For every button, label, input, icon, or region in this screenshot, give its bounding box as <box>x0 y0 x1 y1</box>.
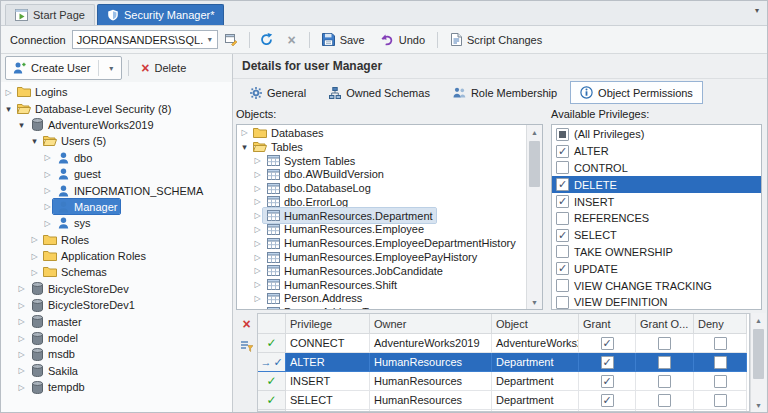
privilege-item-delete[interactable]: DELETE <box>552 176 761 193</box>
security-tree-item-roles[interactable]: ▷Roles <box>1 232 232 248</box>
objects-tree-item-databases[interactable]: ▷Databases <box>237 126 527 140</box>
edit-connection-button[interactable] <box>221 30 243 50</box>
privilege-checkbox[interactable] <box>556 279 569 292</box>
tab-owned-schemas[interactable]: Owned Schemas <box>319 82 440 104</box>
column-header-deny[interactable]: Deny <box>694 314 747 334</box>
security-tree-item-schemas[interactable]: ▷Schemas <box>1 264 232 280</box>
objects-tree-item-person-addresstype[interactable]: ▷Person.AddressType <box>237 305 527 309</box>
permission-row-update[interactable]: ✓UPDATEHumanResourcesDepartment <box>258 410 749 412</box>
expand-arrow-icon[interactable]: ▷ <box>239 128 250 137</box>
security-tree-item-application-roles[interactable]: ▷Application Roles <box>1 248 232 264</box>
grant_option-checkbox[interactable] <box>658 394 671 407</box>
column-header-grant[interactable]: Grant <box>579 314 636 334</box>
expand-arrow-icon[interactable]: ▷ <box>252 308 263 309</box>
privilege-item-control[interactable]: CONTROL <box>552 160 761 177</box>
security-tree-item-msdb[interactable]: ▷msdb <box>1 346 232 362</box>
expand-arrow-icon[interactable]: ▷ <box>29 252 40 261</box>
deny-checkbox[interactable] <box>714 394 727 407</box>
expand-arrow-icon[interactable]: ▷ <box>252 211 263 220</box>
privilege-checkbox[interactable] <box>556 195 569 208</box>
expand-arrow-icon[interactable]: ▷ <box>16 383 27 392</box>
deny-checkbox[interactable] <box>714 375 727 388</box>
tab-object-permissions[interactable]: Object Permissions <box>570 81 703 104</box>
scroll-thumb[interactable] <box>753 329 764 379</box>
objects-tree-item-dbo-awbuildversion[interactable]: ▷dbo.AWBuildVersion <box>237 167 527 181</box>
expand-arrow-icon[interactable]: ▷ <box>16 317 27 326</box>
delete-user-button[interactable]: × Delete <box>135 59 192 77</box>
expand-arrow-icon[interactable]: ▷ <box>42 170 53 179</box>
privilege-checkbox[interactable] <box>556 128 569 141</box>
expand-arrow-icon[interactable]: ▷ <box>29 235 40 244</box>
privilege-item-alter[interactable]: ALTER <box>552 143 761 160</box>
connection-combobox[interactable]: JORDANSANDERS\SQL... ▾ <box>72 30 218 49</box>
security-tree-item-dbo[interactable]: ▷dbo <box>1 150 232 166</box>
security-tree-item-sys[interactable]: ▷sys <box>1 215 232 231</box>
disconnect-button[interactable]: × <box>281 30 303 50</box>
column-header-privilege[interactable]: Privilege <box>286 314 370 334</box>
collapse-arrow-icon[interactable]: ▾ <box>29 136 40 146</box>
grant-checkbox[interactable] <box>601 394 614 407</box>
deny-checkbox[interactable] <box>714 337 727 350</box>
privilege-item-all-privileges[interactable]: (All Privileges) <box>552 126 761 143</box>
grid-scrollbar[interactable]: ▲ ▼ <box>750 313 766 412</box>
scroll-up-icon[interactable]: ▲ <box>527 125 542 139</box>
tab-role-membership[interactable]: Role Membership <box>443 82 567 104</box>
collapse-arrow-icon[interactable]: ▾ <box>16 120 27 130</box>
scroll-up-icon[interactable]: ▲ <box>751 313 766 327</box>
grant-checkbox[interactable] <box>601 356 614 369</box>
objects-tree-item-dbo-errorlog[interactable]: ▷dbo.ErrorLog <box>237 195 527 209</box>
security-tree-item-sakila[interactable]: ▷Sakila <box>1 363 232 379</box>
objects-tree-item-humanresources-employee[interactable]: ▷HumanResources.Employee <box>237 223 527 237</box>
column-header-owner[interactable]: Owner <box>370 314 492 334</box>
deny-checkbox[interactable] <box>714 356 727 369</box>
privilege-checkbox[interactable] <box>556 262 569 275</box>
grant_option-checkbox[interactable] <box>658 356 671 369</box>
security-tree-item-bicyclestoredev1[interactable]: ▷BicycleStoreDev1 <box>1 297 232 313</box>
objects-tree-item-humanresources-shift[interactable]: ▷HumanResources.Shift <box>237 278 527 292</box>
expand-arrow-icon[interactable]: ▷ <box>252 294 263 303</box>
tab-list-chevron-icon[interactable]: ▾ <box>755 6 759 15</box>
expand-arrow-icon[interactable]: ▷ <box>252 266 263 275</box>
objects-tree-item-humanresources-employeepayhistory[interactable]: ▷HumanResources.EmployeePayHistory <box>237 250 527 264</box>
expand-arrow-icon[interactable]: ▷ <box>252 197 263 206</box>
tab-general[interactable]: General <box>240 82 316 104</box>
grant-checkbox[interactable] <box>601 337 614 350</box>
objects-scrollbar[interactable]: ▲ ▼ <box>526 125 542 309</box>
permission-row-connect[interactable]: ✓CONNECTAdventureWorks2019AdventureWorks… <box>258 334 749 353</box>
expand-arrow-icon[interactable]: ▷ <box>3 88 14 97</box>
refresh-button[interactable] <box>256 30 278 50</box>
grant_option-checkbox[interactable] <box>658 375 671 388</box>
permission-row-insert[interactable]: ✓INSERTHumanResourcesDepartment <box>258 372 749 391</box>
security-tree-item-master[interactable]: ▷master <box>1 313 232 329</box>
expand-arrow-icon[interactable]: ▷ <box>252 280 263 289</box>
expand-arrow-icon[interactable]: ▷ <box>29 268 40 277</box>
objects-tree-item-dbo-databaselog[interactable]: ▷dbo.DatabaseLog <box>237 181 527 195</box>
privilege-item-select[interactable]: SELECT <box>552 227 761 244</box>
objects-tree-item-person-address[interactable]: ▷Person.Address <box>237 292 527 306</box>
privilege-item-take-ownership[interactable]: TAKE OWNERSHIP <box>552 244 761 261</box>
objects-tree-item-system-tables[interactable]: ▷System Tables <box>237 154 527 168</box>
security-tree-item-model[interactable]: ▷model <box>1 330 232 346</box>
expand-arrow-icon[interactable]: ▷ <box>16 284 27 293</box>
document-tab-start-page[interactable]: Start Page <box>5 4 95 25</box>
permission-row-select[interactable]: ✓SELECTHumanResourcesDepartment <box>258 391 749 410</box>
security-tree-item-manager[interactable]: ▷Manager <box>1 199 232 215</box>
objects-tree-item-humanresources-department[interactable]: ▷HumanResources.Department <box>237 209 527 223</box>
security-tree-item-logins[interactable]: ▷Logins <box>1 84 232 100</box>
security-tree-item-adventureworks2019[interactable]: ▾AdventureWorks2019 <box>1 117 232 133</box>
privilege-item-insert[interactable]: INSERT <box>552 193 761 210</box>
expand-arrow-icon[interactable]: ▷ <box>42 153 53 162</box>
undo-button[interactable]: Undo <box>374 32 431 48</box>
permission-row-alter[interactable]: →✓ALTERHumanResourcesDepartment <box>258 353 749 372</box>
expand-arrow-icon[interactable]: ▷ <box>252 225 263 234</box>
privilege-checkbox[interactable] <box>556 212 569 225</box>
objects-tree-item-humanresources-employeedepartmenthistory[interactable]: ▷HumanResources.EmployeeDepartmentHistor… <box>237 236 527 250</box>
grant-checkbox[interactable] <box>601 375 614 388</box>
collapse-arrow-icon[interactable]: ▾ <box>3 104 14 114</box>
chevron-down-icon[interactable]: ▾ <box>203 35 217 44</box>
security-tree-item-users-5[interactable]: ▾Users (5) <box>1 133 232 149</box>
create-user-button[interactable]: Create User ▾ <box>5 56 122 80</box>
objects-tree-item-humanresources-jobcandidate[interactable]: ▷HumanResources.JobCandidate <box>237 264 527 278</box>
expand-arrow-icon[interactable]: ▷ <box>252 170 263 179</box>
column-header-grant-o[interactable]: Grant O... <box>636 314 694 334</box>
